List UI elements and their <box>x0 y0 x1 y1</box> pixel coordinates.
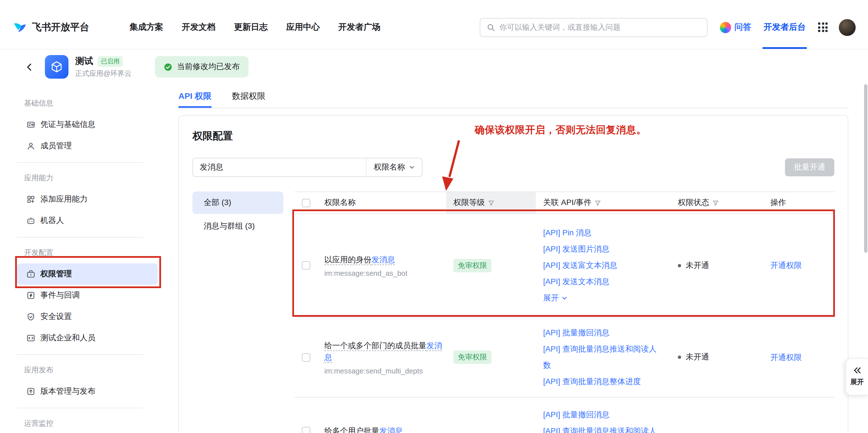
tab-data-permission[interactable]: 数据权限 <box>232 84 266 108</box>
row-checkbox[interactable] <box>302 261 310 269</box>
permission-name-highlight[interactable]: 发消息 <box>379 426 403 433</box>
app-subtitle: 正式应用@环界云 <box>75 69 131 78</box>
primary-nav: 集成方案 开发文档 更新日志 应用中心 开发者广场 <box>130 22 380 33</box>
sidebar-item-add-capability[interactable]: 添加应用能力 <box>17 189 158 210</box>
chevron-down-icon <box>409 165 415 170</box>
chevron-down-icon <box>562 295 567 301</box>
table-header: 权限名称 权限等级 关联 API/事件 权限状态 <box>294 192 834 214</box>
app-status-badge: 已启用 <box>98 56 123 66</box>
permission-name-cell: 给一个或多个部门的成员批量发消息 im:message:send_multi_d… <box>317 340 446 375</box>
select-all-checkbox[interactable] <box>302 199 310 207</box>
batch-enable-button[interactable]: 批量开通 <box>785 158 834 176</box>
section-app-release: 应用发布 <box>0 359 159 381</box>
sidebar-item-label: 测试企业和人员 <box>40 333 95 343</box>
sidebar-item-members[interactable]: 成员管理 <box>17 135 158 157</box>
api-link[interactable]: [API] 批量撤回消息 <box>543 407 609 423</box>
level-badge: 免审权限 <box>453 350 492 364</box>
category-message-group[interactable]: 消息与群组 (3) <box>192 215 283 237</box>
page-title: 权限配置 <box>192 129 834 143</box>
sidebar-item-security[interactable]: 安全设置 <box>17 306 158 327</box>
api-link[interactable]: [API] 发送文本消息 <box>543 273 609 290</box>
sidebar-item-label: 凭证与基础信息 <box>40 120 95 130</box>
apps-grid-icon[interactable] <box>818 23 828 32</box>
filter-funnel-icon[interactable] <box>488 200 494 206</box>
sidebar-item-bot[interactable]: 机器人 <box>17 210 158 231</box>
nav-changelog[interactable]: 更新日志 <box>234 22 268 33</box>
permission-name: 给多个用户批量 <box>324 426 379 433</box>
global-search[interactable] <box>480 18 708 37</box>
sidebar-item-version[interactable]: 版本管理与发布 <box>17 381 158 402</box>
top-navigation: 飞书开放平台 集成方案 开发文档 更新日志 应用中心 开发者广场 问答 开发者后… <box>0 0 868 50</box>
sidebar-item-label: 成员管理 <box>40 141 72 151</box>
permission-tabs: API 权限 数据权限 <box>179 84 848 108</box>
double-chevron-left-icon <box>853 367 861 374</box>
permission-name-cell: 给多个用户批量发消息 <box>317 425 446 433</box>
nav-integration[interactable]: 集成方案 <box>130 22 163 33</box>
expand-panel-button[interactable]: 展开 <box>845 358 868 395</box>
category-list: 全部 (3) 消息与群组 (3) <box>192 192 283 433</box>
section-dev-config: 开发配置 <box>0 242 159 263</box>
permission-search-input[interactable] <box>193 158 366 176</box>
permission-name-highlight[interactable]: 发消息 <box>371 255 395 264</box>
tab-api-permission[interactable]: API 权限 <box>179 84 212 108</box>
briefcase-lock-icon <box>26 269 35 279</box>
qa-link[interactable]: 问答 <box>720 22 751 33</box>
col-name-header: 权限名称 <box>317 192 446 213</box>
callback-icon <box>26 291 35 300</box>
api-link[interactable]: [API] 批量撤回消息 <box>543 325 609 341</box>
sidebar-item-events[interactable]: 事件与回调 <box>17 285 158 306</box>
sidebar-divider <box>17 162 143 163</box>
api-link[interactable]: [API] 查询批量消息整体进度 <box>543 373 641 390</box>
expand-panel-label: 展开 <box>850 377 864 387</box>
global-search-input[interactable] <box>499 23 700 31</box>
expand-apis-link[interactable]: 展开 <box>543 290 567 306</box>
sidebar-item-permission[interactable]: 权限管理 <box>17 263 158 285</box>
category-all[interactable]: 全部 (3) <box>192 192 283 214</box>
page: 飞书开放平台 集成方案 开发文档 更新日志 应用中心 开发者广场 问答 开发者后… <box>0 0 868 433</box>
sidebar-item-testers[interactable]: 测试企业和人员 <box>17 327 158 349</box>
grid-plus-icon <box>26 195 35 204</box>
permission-config-card: 权限配置 权限名称 批量开通 全部 (3) 消息与群组 (3) <box>179 115 848 433</box>
status-cell: 未开通 <box>671 352 763 362</box>
row-checkbox[interactable] <box>302 427 310 433</box>
enable-permission-link[interactable]: 开通权限 <box>770 261 802 269</box>
permission-name: 以应用的身份 <box>324 255 371 264</box>
publish-status-text: 当前修改均已发布 <box>177 62 240 72</box>
nav-developer-plaza[interactable]: 开发者广场 <box>338 22 380 33</box>
status-dot <box>678 264 681 267</box>
id-card-icon <box>26 120 35 129</box>
nav-docs[interactable]: 开发文档 <box>182 22 215 33</box>
related-api-cell: [API] 批量撤回消息 [API] 查询批量消息推送和阅读人数 <box>536 399 671 433</box>
api-link[interactable]: [API] 发送富文本消息 <box>543 257 617 273</box>
status-dot <box>678 355 681 359</box>
api-link[interactable]: [API] 查询批量消息推送和阅读人数 <box>543 341 657 373</box>
search-icon <box>487 23 495 31</box>
col-status-header: 权限状态 <box>671 192 763 213</box>
sidebar-item-credentials[interactable]: 凭证与基础信息 <box>17 114 158 135</box>
api-link[interactable]: [API] 发送图片消息 <box>543 241 609 257</box>
sidebar-item-label: 机器人 <box>40 216 64 226</box>
app-meta: 测试 已启用 正式应用@环界云 <box>75 55 131 78</box>
user-avatar[interactable] <box>839 19 856 36</box>
console-link[interactable]: 开发者后台 <box>763 6 807 49</box>
app-icon <box>45 55 68 79</box>
sidebar-item-label: 添加应用能力 <box>40 194 88 204</box>
shield-icon <box>26 312 35 321</box>
filter-funnel-icon[interactable] <box>713 200 719 206</box>
brand[interactable]: 飞书开放平台 <box>12 20 89 35</box>
sidebar-item-label: 事件与回调 <box>40 290 80 300</box>
vertical-scrollbar[interactable] <box>864 84 867 253</box>
brand-name: 飞书开放平台 <box>32 21 89 34</box>
enable-permission-link[interactable]: 开通权限 <box>770 352 802 362</box>
toolbar: 权限名称 批量开通 <box>192 158 834 177</box>
row-checkbox[interactable] <box>302 353 310 362</box>
nav-app-center[interactable]: 应用中心 <box>286 22 320 33</box>
back-button[interactable] <box>23 60 36 74</box>
related-api-cell: [API] 批量撤回消息 [API] 查询批量消息推送和阅读人数 [API] 查… <box>536 317 671 397</box>
permission-name-cell: 以应用的身份发消息 im:message:send_as_bot <box>317 254 446 277</box>
api-link[interactable]: [API] Pin 消息 <box>543 225 592 241</box>
filter-funnel-icon[interactable] <box>595 200 601 206</box>
search-field-select[interactable]: 权限名称 <box>366 158 422 176</box>
permission-body: 全部 (3) 消息与群组 (3) 权限名称 权限等级 关联 API/事件 <box>192 192 834 433</box>
api-link[interactable]: [API] 查询批量消息推送和阅读人数 <box>543 423 657 433</box>
